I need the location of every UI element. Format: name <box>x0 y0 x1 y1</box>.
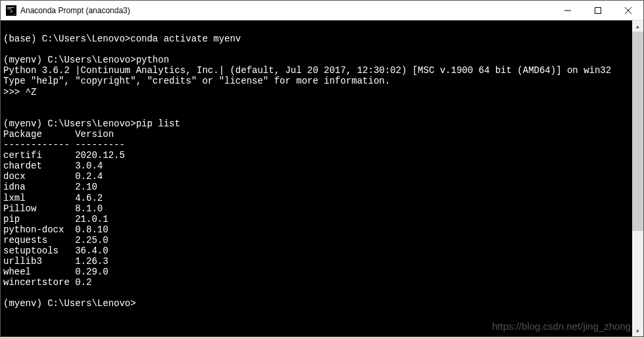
terminal-line: lxml 4.6.2 <box>3 193 632 203</box>
terminal[interactable]: (base) C:\Users\Lenovo>conda activate my… <box>1 20 632 336</box>
terminal-line: pip 21.0.1 <box>3 214 632 224</box>
terminal-line: urllib3 1.26.3 <box>3 256 632 267</box>
vertical-scrollbar[interactable]: ▴ ▾ <box>632 20 643 336</box>
terminal-line <box>3 44 632 55</box>
terminal-line <box>3 108 632 118</box>
terminal-line: wheel 0.29.0 <box>3 267 632 277</box>
terminal-line: (myenv) C:\Users\Lenovo>pip list <box>3 118 632 129</box>
terminal-line: wincertstore 0.2 <box>3 277 632 288</box>
svg-text:>_: >_ <box>10 9 16 14</box>
terminal-line: python-docx 0.8.10 <box>3 224 632 235</box>
scroll-track[interactable] <box>632 32 643 325</box>
scroll-thumb[interactable] <box>632 32 643 231</box>
app-window: >_ Anaconda Prompt (anaconda3) (base) C:… <box>0 0 644 337</box>
terminal-line <box>3 288 632 298</box>
terminal-line: ------------ --------- <box>3 140 632 150</box>
terminal-line: certifi 2020.12.5 <box>3 150 632 161</box>
terminal-line: >>> ^Z <box>3 87 632 97</box>
terminal-line: chardet 3.0.4 <box>3 161 632 171</box>
terminal-line: Pillow 8.1.0 <box>3 203 632 214</box>
scroll-up-arrow-icon[interactable]: ▴ <box>632 20 643 32</box>
terminal-line: Python 3.6.2 |Continuum Analytics, Inc.|… <box>3 65 632 76</box>
terminal-container: (base) C:\Users\Lenovo>conda activate my… <box>1 20 643 336</box>
terminal-line: (myenv) C:\Users\Lenovo> <box>3 298 632 309</box>
svg-rect-5 <box>595 7 601 13</box>
window-title: Anaconda Prompt (anaconda3) <box>20 6 553 15</box>
terminal-line: setuptools 36.4.0 <box>3 246 632 256</box>
app-icon: >_ <box>6 5 16 16</box>
terminal-line: (myenv) C:\Users\Lenovo>python <box>3 55 632 65</box>
window-controls <box>553 1 643 20</box>
maximize-button[interactable] <box>583 1 613 20</box>
terminal-line: Type "help", "copyright", "credits" or "… <box>3 76 632 86</box>
close-button[interactable] <box>613 1 643 20</box>
minimize-button[interactable] <box>553 1 583 20</box>
terminal-line: idna 2.10 <box>3 182 632 192</box>
terminal-line: docx 0.2.4 <box>3 171 632 182</box>
titlebar[interactable]: >_ Anaconda Prompt (anaconda3) <box>1 1 643 20</box>
terminal-line <box>3 97 632 108</box>
terminal-line: requests 2.25.0 <box>3 235 632 246</box>
terminal-line <box>3 23 632 34</box>
terminal-line: Package Version <box>3 129 632 140</box>
terminal-line: (base) C:\Users\Lenovo>conda activate my… <box>3 34 632 44</box>
scroll-down-arrow-icon[interactable]: ▾ <box>632 325 643 336</box>
svg-rect-1 <box>7 7 14 8</box>
